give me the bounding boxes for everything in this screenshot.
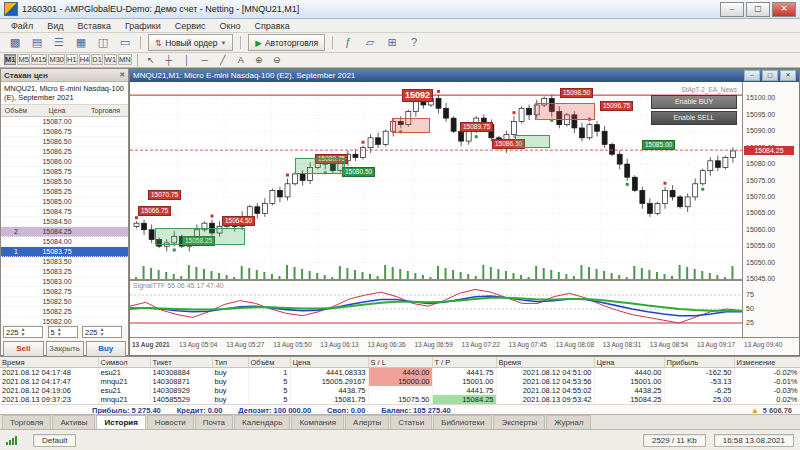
tab-7[interactable]: Алерты xyxy=(345,415,389,429)
dom-row[interactable]: 15086.25 xyxy=(1,147,128,157)
dom-row[interactable]: 15082.75 xyxy=(1,287,128,297)
dom-row[interactable]: 15086.75 xyxy=(1,127,128,137)
dom-row[interactable]: 215084.25 xyxy=(1,227,128,237)
history-column-header[interactable]: Прибыль xyxy=(664,357,734,368)
history-column-header[interactable]: Изменение xyxy=(734,357,800,368)
history-column-header[interactable]: Тикет xyxy=(150,357,212,368)
dom-row[interactable]: 115083.75 xyxy=(1,247,128,257)
tab-5[interactable]: Календарь xyxy=(234,415,290,429)
chart-close-button[interactable]: ✕ xyxy=(780,70,796,81)
history-column-header[interactable]: Время xyxy=(496,357,594,368)
sell-button[interactable]: Sell xyxy=(3,341,44,357)
close-position-button[interactable]: Закрыть xyxy=(46,341,84,357)
dom-row[interactable]: 15085.25 xyxy=(1,187,128,197)
timeframe-mn[interactable]: MN xyxy=(118,54,132,65)
menu-item-3[interactable]: Графики xyxy=(118,20,168,32)
history-row[interactable]: 2021.08.12 04:17:48esu21140308884buy1444… xyxy=(0,368,800,378)
data-window-icon[interactable]: ▦ xyxy=(71,34,91,52)
dom-row[interactable]: 15086.50 xyxy=(1,137,128,147)
history-column-header[interactable]: Цена xyxy=(594,357,664,368)
indicators-icon[interactable]: ƒ xyxy=(338,33,358,51)
history-column-header[interactable]: S / L xyxy=(368,357,432,368)
dom-row[interactable]: 15086.00 xyxy=(1,157,128,167)
dom-row[interactable]: 15087.00 xyxy=(1,117,128,127)
history-column-header[interactable]: Цена xyxy=(290,357,368,368)
timeframe-d1[interactable]: D1 xyxy=(91,54,103,65)
timeframe-h1[interactable]: H1 xyxy=(66,54,78,65)
history-column-header[interactable]: Время xyxy=(0,357,98,368)
market-watch-icon[interactable]: ☰ xyxy=(49,34,69,52)
tab-6[interactable]: Компания xyxy=(291,415,344,429)
timeframe-m15[interactable]: M15 xyxy=(31,54,48,65)
dom-row[interactable]: 15083.50 xyxy=(1,257,128,267)
tab-2[interactable]: История xyxy=(96,415,145,429)
history-column-header[interactable]: Тип xyxy=(212,357,248,368)
tab-3[interactable]: Новости xyxy=(147,415,194,429)
history-column-header[interactable]: Объём xyxy=(248,357,290,368)
dom-row[interactable]: 15084.50 xyxy=(1,217,128,227)
text-label-icon[interactable]: A xyxy=(233,54,249,67)
menu-item-6[interactable]: Справка xyxy=(247,20,296,32)
time-axis[interactable]: 13 Aug 202113 Aug 05:0413 Aug 05:2713 Au… xyxy=(130,337,799,353)
dom-row[interactable]: 15082.00 xyxy=(1,317,128,324)
dom-row[interactable]: 15082.25 xyxy=(1,307,128,317)
chart-profiles-icon[interactable]: ▤ xyxy=(27,34,47,52)
horizontal-line-icon[interactable]: ─ xyxy=(197,54,213,67)
dom-row[interactable]: 15084.00 xyxy=(1,237,128,247)
history-row[interactable]: 2021.08.12 04:19:06esu21140308929buy5443… xyxy=(0,386,800,395)
history-row[interactable]: 2021.08.13 09:37:23mnqu21140585529buy515… xyxy=(0,395,800,404)
stop-loss-field[interactable]: 225▲▼ xyxy=(3,326,43,338)
enable-buy-button[interactable]: Enable BUY xyxy=(651,95,737,109)
chart-maximize-button[interactable]: ▢ xyxy=(762,70,778,81)
volume-field[interactable]: 5▲▼ xyxy=(48,326,78,338)
menu-item-0[interactable]: Файл xyxy=(4,20,40,32)
autotrade-button[interactable]: ▶ Автоторговля xyxy=(248,34,325,51)
history-column-header[interactable]: T / P xyxy=(432,357,496,368)
price-scale[interactable]: 15100.0015095.0015090.0015085.0015080.00… xyxy=(742,82,800,337)
dom-row[interactable]: 15082.50 xyxy=(1,297,128,307)
timeframe-m1[interactable]: M1 xyxy=(4,54,16,65)
objects-list-icon[interactable]: ▱ xyxy=(360,34,380,52)
vertical-line-icon[interactable]: │ xyxy=(179,54,195,67)
tile-windows-icon[interactable]: ⊞ xyxy=(382,34,402,52)
crosshair-icon[interactable]: ┼ xyxy=(161,54,177,67)
tab-8[interactable]: Статьи xyxy=(390,415,432,429)
tab-4[interactable]: Почта xyxy=(195,415,233,429)
take-profit-field[interactable]: 225▲▼ xyxy=(82,326,122,338)
tab-10[interactable]: Эксперты xyxy=(493,415,545,429)
dom-row[interactable]: 15085.50 xyxy=(1,177,128,187)
dom-row[interactable]: 15083.00 xyxy=(1,277,128,287)
minimize-button[interactable]: – xyxy=(720,2,744,17)
timeframe-m5[interactable]: M5 xyxy=(17,54,29,65)
profile-selector[interactable]: Default xyxy=(33,434,76,447)
new-chart-icon[interactable]: ▩ xyxy=(5,34,25,52)
tab-1[interactable]: Активы xyxy=(52,415,95,429)
chart-minimize-button[interactable]: – xyxy=(744,70,760,81)
dom-row[interactable]: 15085.75 xyxy=(1,167,128,177)
zoom-out-icon[interactable]: ⊖ xyxy=(269,54,285,67)
timeframe-h4[interactable]: H4 xyxy=(79,54,91,65)
menu-item-2[interactable]: Вставка xyxy=(70,20,117,32)
menu-item-4[interactable]: Сервис xyxy=(168,20,213,32)
history-column-header[interactable]: Символ xyxy=(98,357,150,368)
enable-sell-button[interactable]: Enable SELL xyxy=(651,111,737,125)
tab-0[interactable]: Торговля xyxy=(2,415,51,429)
zoom-in-icon[interactable]: ⊕ xyxy=(251,54,267,67)
dom-row[interactable]: 15083.25 xyxy=(1,267,128,277)
timeframe-w1[interactable]: W1 xyxy=(104,54,117,65)
indicator-pane[interactable]: SignalTTF 55.06 45.17 47.40 xyxy=(130,281,742,337)
trendline-icon[interactable]: ╱ xyxy=(215,54,231,67)
close-button[interactable]: ✕ xyxy=(772,2,796,17)
help-icon[interactable]: ? xyxy=(404,33,424,51)
tab-9[interactable]: Библиотеки xyxy=(433,415,492,429)
dom-row[interactable]: 15084.75 xyxy=(1,207,128,217)
menu-item-5[interactable]: Окно xyxy=(213,20,248,32)
dom-row[interactable]: 15085.00 xyxy=(1,197,128,207)
timeframe-m30[interactable]: M30 xyxy=(48,54,65,65)
history-row[interactable]: 2021.08.12 04:17:47mnqu21140308871buy515… xyxy=(0,377,800,386)
dom-close-icon[interactable]: ✕ xyxy=(119,71,125,79)
maximize-button[interactable]: ▢ xyxy=(746,2,770,17)
new-order-button[interactable]: ⇅ Новый ордер ▼ xyxy=(148,34,233,51)
menu-item-1[interactable]: Вид xyxy=(40,20,70,32)
navigator-icon[interactable]: ◫ xyxy=(93,34,113,52)
